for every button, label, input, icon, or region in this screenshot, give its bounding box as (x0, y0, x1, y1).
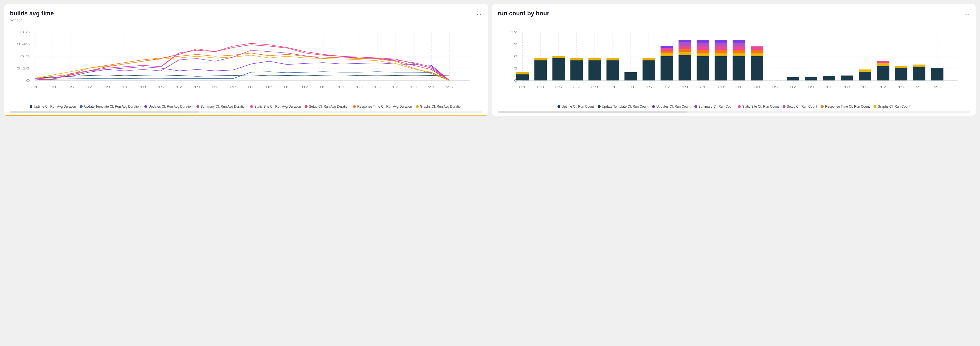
svg-text:13: 13 (139, 86, 146, 89)
svg-rect-175 (877, 61, 889, 63)
right-panel-menu[interactable]: ... (963, 10, 970, 16)
right-scrollbar[interactable] (498, 111, 970, 113)
legend-label-7: Response Time CI, Run Avg Duration (357, 105, 412, 108)
svg-rect-145 (697, 56, 709, 80)
svg-text:9: 9 (514, 43, 518, 46)
svg-rect-170 (841, 75, 853, 80)
svg-rect-119 (516, 75, 529, 80)
legend-label-4: Summary CI, Run Avg Duration (200, 105, 247, 108)
svg-rect-166 (751, 46, 763, 50)
svg-text:05: 05 (772, 86, 778, 89)
svg-rect-148 (697, 46, 709, 50)
svg-text:13: 13 (844, 86, 851, 89)
right-legend-dot-7 (821, 105, 824, 108)
right-panel-title: run count by hour (498, 10, 549, 17)
svg-rect-158 (733, 53, 745, 56)
svg-text:13: 13 (356, 86, 363, 89)
svg-rect-156 (715, 40, 727, 43)
svg-text:05: 05 (67, 86, 74, 89)
svg-text:11: 11 (826, 86, 832, 89)
svg-text:12: 12 (510, 30, 518, 34)
svg-text:05: 05 (555, 86, 562, 89)
right-chart-area: 0 3 6 9 12 (498, 26, 970, 102)
legend-label-3: Updates CI, Run Avg Duration (148, 105, 192, 108)
svg-text:0.45: 0.45 (16, 43, 30, 46)
svg-rect-176 (895, 68, 907, 80)
svg-text:09: 09 (103, 86, 110, 89)
svg-rect-142 (678, 46, 691, 49)
left-legend: Uptime CI, Run Avg Duration Update Templ… (10, 105, 482, 108)
svg-rect-151 (715, 56, 727, 80)
svg-rect-160 (733, 46, 745, 50)
svg-rect-138 (661, 46, 673, 48)
right-legend-item-3: Updates CI, Run Count (652, 105, 690, 108)
svg-rect-143 (678, 42, 691, 46)
right-legend-label-5: Static Site CI, Run Count (742, 105, 779, 108)
svg-text:03: 03 (753, 86, 760, 89)
right-legend-dot-5 (738, 105, 741, 108)
left-scrollbar[interactable] (10, 111, 482, 113)
svg-rect-140 (678, 52, 691, 55)
right-legend-label-4: Summary CI, Run Count (698, 105, 735, 108)
left-chart-area: 0 0.15 0.3 0.45 0.6 01 03 05 07 09 11 13… (10, 26, 482, 102)
svg-text:03: 03 (49, 86, 56, 89)
right-legend-item-2: Update Template CI, Run Count (598, 105, 649, 108)
right-legend-item-6: Setup CI, Run Count (783, 105, 817, 108)
right-panel-header: run count by hour ... (498, 10, 970, 17)
svg-text:23: 23 (934, 86, 940, 89)
svg-text:09: 09 (591, 86, 598, 89)
right-scroll-thumb[interactable] (498, 111, 687, 113)
svg-rect-146 (697, 53, 709, 56)
legend-item-6: Setup CI, Run Avg Duration (305, 105, 349, 108)
svg-rect-120 (516, 72, 529, 75)
svg-text:17: 17 (392, 86, 399, 89)
right-legend-item-5: Static Site CI, Run Count (738, 105, 779, 108)
svg-rect-139 (678, 55, 691, 80)
right-panel: run count by hour ... by hour 0 3 6 9 12 (492, 5, 975, 116)
svg-rect-125 (570, 61, 583, 80)
legend-label-1: Uptime CI, Run Avg Duration (34, 105, 76, 108)
svg-text:11: 11 (121, 86, 129, 89)
legend-item-1: Uptime CI, Run Avg Duration (30, 105, 76, 108)
svg-text:3: 3 (514, 67, 518, 70)
svg-text:21: 21 (916, 86, 923, 89)
svg-text:01: 01 (248, 86, 255, 89)
svg-text:23: 23 (446, 86, 453, 89)
right-legend: Uptime CI, Run Count Update Template CI,… (498, 105, 970, 108)
legend-dot-8 (416, 105, 418, 108)
svg-rect-171 (859, 72, 871, 80)
legend-item-3: Updates CI, Run Avg Duration (144, 105, 192, 108)
svg-rect-163 (751, 56, 763, 80)
svg-text:03: 03 (537, 86, 544, 89)
svg-rect-121 (535, 61, 547, 80)
svg-rect-164 (751, 53, 763, 56)
svg-rect-141 (678, 49, 691, 52)
svg-rect-134 (661, 56, 673, 80)
left-chart-svg: 0 0.15 0.3 0.45 0.6 01 03 05 07 09 11 13… (10, 26, 482, 102)
right-legend-item-4: Summary CI, Run Count (694, 105, 735, 108)
svg-text:03: 03 (266, 86, 272, 89)
legend-label-5: Static Site CI, Run Avg Duration (255, 105, 301, 108)
svg-text:15: 15 (861, 86, 868, 89)
svg-text:07: 07 (790, 86, 797, 89)
svg-text:19: 19 (681, 86, 688, 89)
svg-rect-126 (570, 58, 583, 61)
svg-text:13: 13 (627, 86, 634, 89)
svg-text:0.3: 0.3 (20, 55, 30, 58)
legend-item-4: Summary CI, Run Avg Duration (196, 105, 247, 108)
svg-rect-150 (697, 40, 709, 43)
right-legend-label-3: Updates CI, Run Count (656, 105, 690, 108)
svg-rect-129 (606, 61, 619, 80)
legend-label-6: Setup CI, Run Avg Duration (309, 105, 349, 108)
left-panel-menu[interactable]: ... (476, 10, 482, 16)
svg-text:17: 17 (176, 86, 183, 89)
svg-text:0.6: 0.6 (20, 30, 30, 34)
svg-rect-169 (823, 76, 835, 80)
legend-dot-1 (30, 105, 32, 108)
left-scroll-thumb[interactable] (10, 111, 199, 113)
svg-text:01: 01 (735, 86, 742, 89)
right-legend-label-2: Update Template CI, Run Count (602, 105, 649, 108)
right-legend-dot-4 (694, 105, 697, 108)
svg-rect-149 (697, 43, 709, 46)
svg-rect-157 (733, 56, 745, 80)
